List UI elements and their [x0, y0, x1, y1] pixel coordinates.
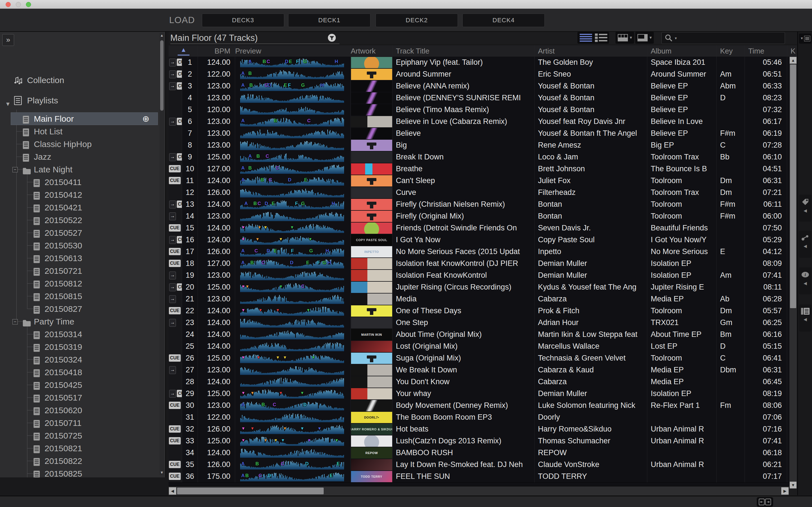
track-preview-cell[interactable]: ▼▼▼▼ [235, 388, 351, 400]
track-preview-cell[interactable] [235, 317, 351, 329]
filter-funnel-icon[interactable] [326, 33, 337, 43]
sidebar-item-20150815[interactable]: 20150815 [0, 290, 158, 302]
vertical-scroll-thumb[interactable] [790, 64, 796, 308]
sidebar-item-20150711[interactable]: 20150711 [0, 416, 158, 429]
sidebar-item-20150821[interactable]: 20150821 [0, 442, 158, 455]
sidebar-item-20150412[interactable]: 20150412 [0, 188, 158, 201]
column-header-art[interactable]: Artwork [351, 45, 393, 57]
track-preview-cell[interactable] [235, 341, 351, 352]
track-preview-cell[interactable] [235, 293, 351, 305]
table-row[interactable]: CUE26125.00Suga (Original Mix)Technasia … [168, 352, 797, 364]
table-row[interactable]: CUE10127.00BreatheBrett JohnsonThe Bounc… [168, 163, 797, 175]
table-row[interactable]: 12126.00CurveFilterheadzToolroom TraxDm0… [168, 187, 797, 199]
track-preview-cell[interactable] [235, 270, 351, 281]
scroll-up-icon[interactable]: ▲ [790, 57, 797, 64]
sidebar-item-20150324[interactable]: 20150324 [0, 353, 158, 366]
horizontal-scroll-thumb[interactable] [177, 488, 324, 494]
track-preview-cell[interactable]: ABCDEFGH [235, 80, 351, 92]
sidebar-item-jazz[interactable]: Jazz [0, 151, 158, 163]
add-track-plus-icon[interactable]: ⊕ [142, 112, 149, 125]
table-row[interactable]: →21123.00MediaCabarzaMedia EPAb06:28 [168, 293, 797, 305]
table-row[interactable]: →14123.00Firefly (Original Mix)BontanToo… [168, 210, 797, 223]
track-preview-cell[interactable]: ABCDEFGH [235, 57, 351, 68]
track-preview-cell[interactable] [235, 411, 351, 424]
track-preview-cell[interactable]: ABC [235, 151, 351, 163]
search-input[interactable] [680, 33, 783, 43]
deck-load-button-deck2[interactable]: DECK2 [375, 13, 458, 27]
sidebar-item-20150721[interactable]: 20150721 [0, 265, 158, 277]
table-row[interactable]: CUE11124.00Can't SleepJuliet FoxToolroom… [168, 175, 797, 187]
track-preview-cell[interactable]: ▼▼▼▼ [235, 305, 351, 317]
track-preview-cell[interactable]: ABC [235, 163, 351, 175]
table-row[interactable]: →CUE6123.00Believe in Love (Cabarza Remi… [168, 116, 797, 128]
deck-load-button-deck3[interactable]: DECK3 [202, 13, 284, 27]
scroll-down-icon[interactable]: ▼ [160, 470, 164, 475]
table-row[interactable]: →23124.00One StepAdrian HourTRX021Gm06:2… [168, 317, 797, 329]
sidebar-scroll-thumb[interactable] [160, 40, 163, 111]
track-preview-cell[interactable]: ▼▼▼▼▼▼ [235, 435, 351, 447]
table-row[interactable]: 5120.00Believe (Timo Maas Remix)Yousef &… [168, 104, 797, 116]
track-preview-cell[interactable]: ▼▼▼▼ [235, 222, 351, 234]
related-tracks-button[interactable]: ◀ [799, 231, 811, 258]
track-preview-cell[interactable]: ACDEFGH [235, 246, 351, 258]
vertical-scrollbar[interactable]: ▲ ▼ [790, 57, 797, 489]
sidebar-item-classic-hiphop[interactable]: Classic HipHop [0, 138, 158, 151]
pane-layout-button[interactable]: ▼ [635, 32, 654, 44]
table-row[interactable]: CUE18127.00Isolation feat KnowKontrol (D… [168, 258, 797, 270]
sidebar-item-20150421[interactable]: 20150421 [0, 201, 158, 214]
track-preview-cell[interactable]: ABCDEFGH [235, 199, 351, 210]
track-preview-cell[interactable] [235, 92, 351, 104]
track-preview-cell[interactable] [235, 104, 351, 116]
scroll-right-icon[interactable]: ▶ [781, 487, 789, 495]
table-row[interactable]: CUE22124.00One of These DaysProk & Fitch… [168, 305, 797, 317]
table-row[interactable]: →CUE1124.00Epiphany Vip (feat. Tailor)Th… [168, 57, 797, 69]
sidebar-item-20150517[interactable]: 20150517 [0, 391, 158, 404]
table-row[interactable]: CUE32126.00Hot beatsHarry Romeo&SikduoUr… [168, 424, 797, 436]
scroll-down-icon[interactable]: ▼ [790, 482, 797, 489]
detail-view-icon[interactable] [595, 34, 607, 43]
chevron-down-icon[interactable]: ▼ [5, 98, 11, 110]
sidebar-item-late-night[interactable]: Late Night− [0, 163, 158, 176]
track-preview-cell[interactable]: ABCD [235, 400, 351, 411]
track-preview-cell[interactable] [235, 364, 351, 376]
table-row[interactable]: →CUE2122.00Around SummerEric SneoAround … [168, 68, 797, 80]
column-header-bpm[interactable]: BPM [198, 45, 235, 57]
table-row[interactable]: →CUE9125.00Break It DownLoco & JamToolro… [168, 151, 797, 163]
sub-browser-button[interactable]: ◀ [799, 304, 811, 332]
table-row[interactable]: →19123.00Isolation Feat KnowKontrolDemia… [168, 270, 797, 282]
sidebar-item-collection[interactable]: Collection [0, 74, 158, 87]
table-row[interactable]: →CUE20125.00Jupiter Rising (Circus Recor… [168, 281, 797, 293]
horizontal-scrollbar[interactable]: ◀ ▶ [168, 486, 789, 496]
table-row[interactable]: 8123.00BigRene AmeszBig EPC07:28 [168, 139, 797, 152]
search-icon[interactable] [665, 34, 673, 43]
sidebar-item-20150527[interactable]: 20150527 [0, 226, 158, 239]
deck-load-button-deck4[interactable]: DECK4 [462, 13, 545, 27]
sidebar-item-party-time[interactable]: Party Time− [0, 315, 158, 328]
table-row[interactable]: 28124.00You Don't KnowCabarzaMedia EP06:… [168, 376, 797, 388]
sidebar-item-playlists[interactable]: ▼ Playlists [0, 94, 158, 107]
table-row[interactable]: →CUE3123.00Believe (ANNA remix)Yousef & … [168, 80, 797, 93]
sidebar-item-20150522[interactable]: 20150522 [0, 214, 158, 226]
search-filter-chevron-icon[interactable]: ▼ [674, 36, 677, 40]
track-preview-cell[interactable] [235, 210, 351, 222]
track-preview-cell[interactable] [235, 447, 351, 459]
column-header-k[interactable]: K [787, 45, 797, 57]
track-preview-cell[interactable]: ▼▼▼C [235, 281, 351, 293]
table-row[interactable]: 34124.00BAMBOO RUSHREPOW06:18REPOW [168, 447, 797, 459]
sidebar-item-20150418[interactable]: 20150418 [0, 366, 158, 379]
deck-load-button-deck1[interactable]: DECK1 [288, 13, 370, 27]
tree-collapse-toggle[interactable]: − [12, 319, 18, 325]
column-header-artist[interactable]: Artist [535, 45, 647, 57]
track-preview-cell[interactable] [235, 128, 351, 139]
sidebar-item-20150613[interactable]: 20150613 [0, 252, 158, 265]
sidebar-item-20150825[interactable]: 20150825 [0, 467, 158, 477]
sidebar-item-20150425[interactable]: 20150425 [0, 379, 158, 391]
sidebar-item-20150812[interactable]: 20150812 [0, 277, 158, 290]
table-row[interactable]: CUE36175.00FEEL THE SUNTODD TERRY07:17AB… [168, 471, 797, 483]
sidebar-item-20150411[interactable]: 20150411 [0, 176, 158, 188]
sidebar-item-20150827[interactable]: 20150827 [0, 302, 158, 315]
table-row[interactable]: 24124.00About Time (Original Mix)Martin … [168, 329, 797, 341]
list-view-icon[interactable] [580, 34, 592, 43]
track-preview-cell[interactable] [235, 139, 351, 151]
table-row[interactable]: 4123.00Believe (DENNEY'S SUNRISE REMIYou… [168, 92, 797, 104]
